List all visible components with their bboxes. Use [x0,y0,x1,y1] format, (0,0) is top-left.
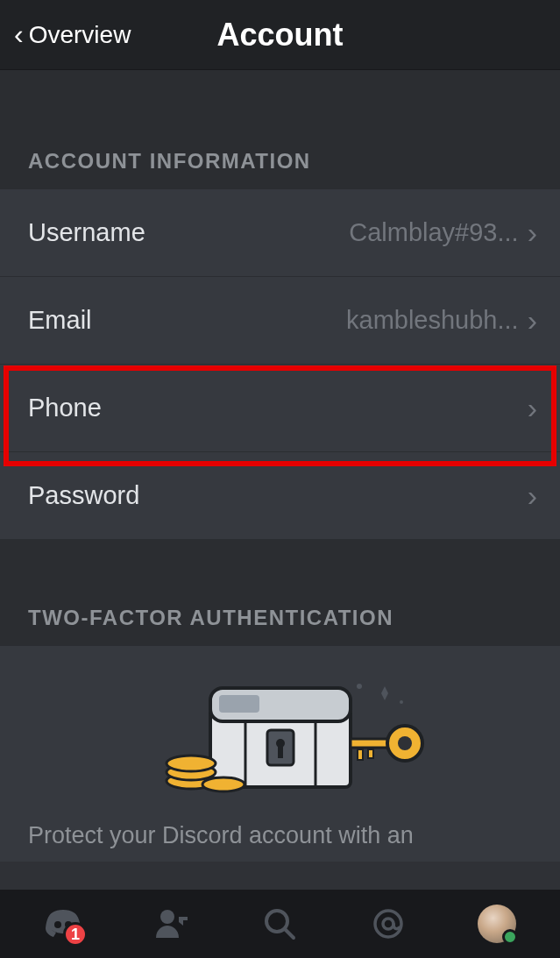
svg-point-25 [383,919,393,929]
bottom-tab-bar: 1 [0,890,560,958]
row-password-label: Password [28,481,139,510]
svg-point-10 [398,736,412,750]
svg-rect-11 [358,749,363,760]
back-label: Overview [29,21,131,49]
row-password[interactable]: Password › [0,452,560,539]
twofa-illustration-icon [123,669,438,800]
row-username-label: Username [28,218,145,247]
svg-rect-5 [278,746,283,758]
twofa-description: Protect your Discord account with an [28,820,532,853]
notification-badge: 1 [63,922,88,947]
row-email-label: Email [28,306,92,335]
chevron-left-icon: ‹ [14,18,24,51]
svg-point-21 [160,910,174,924]
svg-line-23 [285,929,294,938]
twofa-section: Protect your Discord account with an [0,646,560,862]
chevron-right-icon: › [528,479,537,513]
row-email[interactable]: Email kambleshubh... › [0,277,560,365]
row-phone-label: Phone [28,394,102,422]
status-online-icon [502,929,518,945]
section-header-account-info: ACCOUNT INFORMATION [0,133,560,189]
chevron-right-icon: › [528,391,537,425]
row-phone[interactable]: Phone › [0,365,560,452]
row-email-value: kambleshubh... [346,306,519,335]
spacer [0,70,560,133]
svg-point-24 [375,911,401,937]
account-info-list: Username Calmblay#93... › Email kamblesh… [0,189,560,539]
svg-point-17 [357,684,362,689]
tab-search-icon[interactable] [260,905,299,943]
section-header-twofa: TWO-FACTOR AUTHENTICATION [0,590,560,646]
spacer [0,539,560,590]
svg-point-15 [167,756,216,771]
page-title: Account [217,17,344,53]
row-username[interactable]: Username Calmblay#93... › [0,189,560,277]
svg-point-19 [54,921,61,928]
svg-point-18 [400,700,403,704]
header-bar: ‹ Overview Account [0,0,560,70]
svg-point-16 [202,777,245,791]
chevron-right-icon: › [528,303,537,337]
tab-profile-avatar[interactable] [478,905,516,943]
tab-mentions-icon[interactable] [369,905,408,943]
svg-rect-12 [368,749,373,758]
chevron-right-icon: › [528,216,537,250]
svg-rect-2 [219,695,259,713]
tab-discord-icon[interactable]: 1 [44,905,82,943]
back-button[interactable]: ‹ Overview [14,18,131,51]
row-username-value: Calmblay#93... [349,218,518,247]
tab-friends-icon[interactable] [152,905,191,943]
